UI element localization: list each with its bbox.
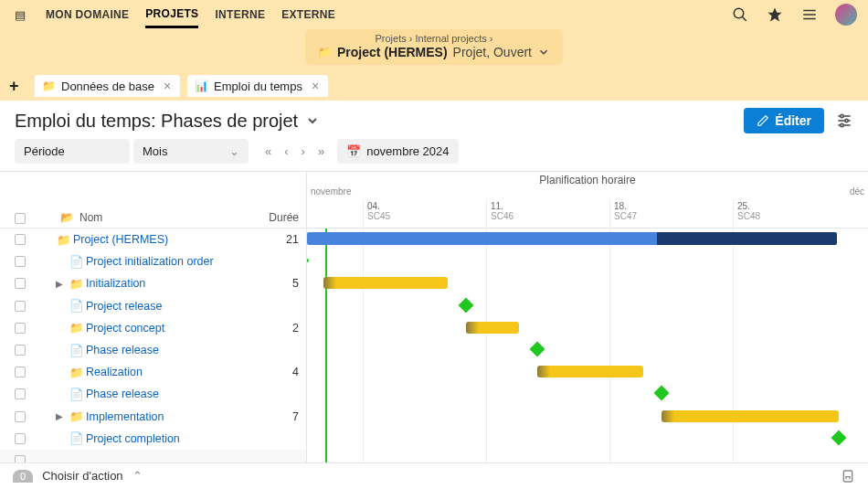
calendar-icon: 📅 [346,144,361,158]
gantt-bar[interactable] [662,410,839,422]
tab-donnees[interactable]: 📁 Données de base × [35,75,180,97]
row-name-link[interactable]: Project completion [86,432,180,445]
bar-row [307,272,868,294]
nav-item-projets[interactable]: PROJETS [145,2,198,28]
month-label-left: novembre [311,186,351,197]
row-name-link[interactable]: Project (HERMES) [73,233,168,246]
settings-icon[interactable] [835,112,853,130]
gantt-left-pane: 📂 Nom Durée 📁Project (HERMES)21📄Project … [0,172,307,488]
row-name-link[interactable]: Phase release [86,344,159,356]
toolbar: Période Mois ⌄ « ‹ › » 📅 novembre 2024 [0,139,868,171]
table-row[interactable]: 📄Phase release [0,339,306,361]
row-name-link[interactable]: Phase release [86,388,159,400]
expand-toggle[interactable]: ▶ [53,411,66,421]
expand-toggle[interactable]: ▶ [53,279,66,289]
page-title: Emploi du temps: Phases de projet [15,111,298,132]
duration-column-header: Durée [262,211,306,228]
select-all-checkbox[interactable] [15,213,26,224]
gantt-bar[interactable] [466,322,519,334]
table-row[interactable]: 📄Project initialization order [0,250,306,272]
breadcrumb[interactable]: Projets › Internal projects › 📁 Project … [305,29,563,65]
star-icon[interactable] [766,5,784,24]
row-name-link[interactable]: Initialization [86,277,145,290]
milestone-diamond[interactable] [307,253,309,269]
row-checkbox[interactable] [15,345,26,356]
row-checkbox[interactable] [15,388,26,399]
milestone-diamond[interactable] [654,386,670,401]
breadcrumb-status: Projet, Ouvert [453,45,532,59]
name-column-header: Nom [79,211,102,224]
milestone-icon: 📄 [69,344,82,357]
table-row[interactable]: ▶📁Initialization5 [0,272,306,294]
bottom-bar: 0 Choisir d'action ⌃ [0,462,868,488]
close-icon[interactable]: × [164,79,171,93]
edit-button[interactable]: Éditer [744,108,824,133]
menu-icon[interactable] [800,5,819,24]
scale-select[interactable]: Mois ⌄ [133,139,249,164]
close-icon[interactable]: × [312,79,319,93]
row-checkbox[interactable] [15,301,26,312]
app-logo-icon: ▤ [11,5,29,24]
row-checkbox[interactable] [15,278,26,289]
row-name-link[interactable]: Project release [86,300,162,313]
gantt-bar[interactable] [323,277,448,289]
folder-icon: 📁 [318,46,332,58]
period-select[interactable]: Période [15,139,130,164]
table-row[interactable]: ▶📁Implementation7 [0,406,306,428]
table-row[interactable]: 📁Project concept2 [0,317,306,339]
bar-row [307,339,868,361]
date-picker[interactable]: 📅 novembre 2024 [337,139,458,164]
avatar[interactable] [835,4,857,26]
row-name-link[interactable]: Project initialization order [86,255,214,268]
milestone-diamond[interactable] [530,341,545,356]
first-page-button[interactable]: « [265,144,271,158]
tab-emploi[interactable]: 📊 Emploi du temps × [187,75,328,97]
chevron-up-icon[interactable]: ⌃ [132,469,143,483]
gantt-bar[interactable] [307,232,837,245]
svg-point-9 [841,114,843,117]
table-row[interactable]: 📁Realization4 [0,361,306,383]
folder-icon: 📁 [69,321,82,335]
add-tab-button[interactable]: + [9,77,27,96]
week-cell: 25.SC48 [733,199,764,229]
row-name-link[interactable]: Implementation [86,410,164,423]
table-row[interactable]: 📄Phase release [0,383,306,405]
last-page-button[interactable]: » [318,144,324,158]
row-name-link[interactable]: Realization [86,366,143,378]
bar-row [307,295,868,317]
choose-action-button[interactable]: Choisir d'action [42,469,122,483]
row-checkbox[interactable] [15,367,26,377]
svg-line-1 [742,16,746,21]
row-checkbox[interactable] [15,256,26,267]
table-row[interactable]: 📄Project release [0,295,306,317]
prev-button[interactable]: ‹ [284,144,288,158]
milestone-diamond[interactable] [459,297,474,313]
gantt-right-pane: Planification horaire novembre déc 04.SC… [307,172,868,488]
row-checkbox[interactable] [15,323,26,334]
date-label: novembre 2024 [366,144,449,158]
next-button[interactable]: › [302,144,305,158]
nav-item-externe[interactable]: EXTERNE [281,3,335,27]
row-duration: 4 [262,366,306,378]
gantt-left-header: 📂 Nom Durée [0,172,306,229]
bar-row [307,229,868,250]
nav-arrows: « ‹ › » [265,144,324,158]
breadcrumb-path: Projets › Internal projects › [318,33,550,44]
search-icon[interactable] [731,5,749,24]
chevron-down-icon[interactable] [305,113,320,128]
nav-item-domaine[interactable]: MON DOMAINE [46,3,129,27]
nav-item-interne[interactable]: INTERNE [215,3,265,27]
row-checkbox[interactable] [15,433,26,444]
milestone-diamond[interactable] [831,430,847,445]
row-duration: 21 [262,233,306,246]
row-checkbox[interactable] [15,411,26,422]
chevron-down-icon[interactable] [537,46,550,58]
row-checkbox[interactable] [15,234,26,245]
export-icon[interactable] [841,469,855,484]
milestone-icon: 📄 [69,431,82,445]
gantt-bars [307,229,868,450]
gantt-bar[interactable] [537,366,643,377]
table-row[interactable]: 📄Project completion [0,428,306,450]
table-row[interactable]: 📁Project (HERMES)21 [0,229,306,250]
row-name-link[interactable]: Project concept [86,322,164,335]
